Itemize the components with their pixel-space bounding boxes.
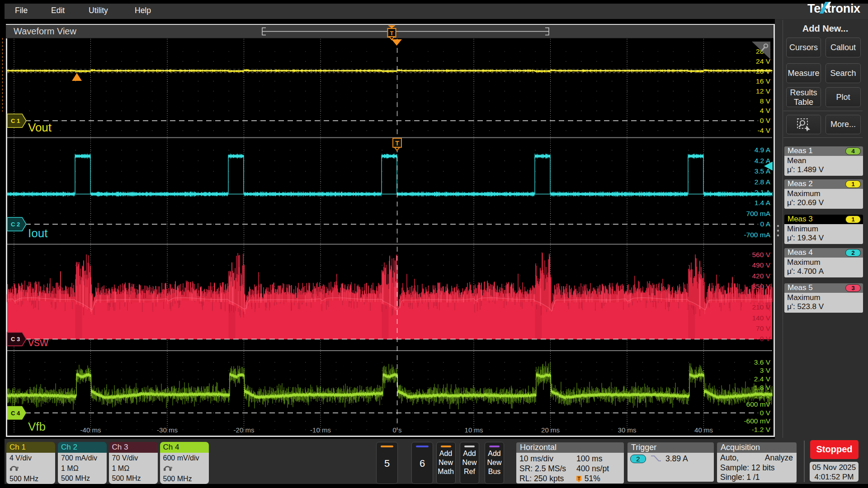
svg-text:T: T: [577, 476, 580, 481]
